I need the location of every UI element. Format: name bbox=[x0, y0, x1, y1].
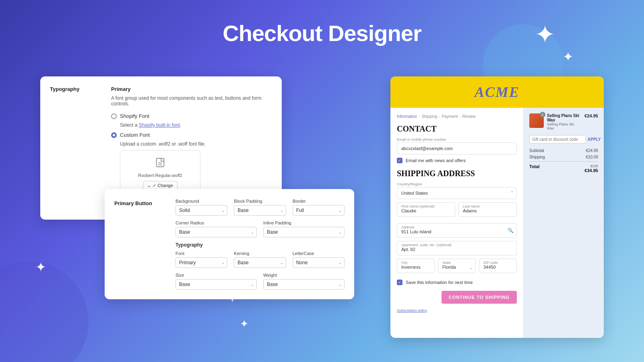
typography-label: Typography bbox=[50, 86, 98, 92]
first-name-label: First name (optional) bbox=[401, 204, 435, 208]
block-padding-select-wrap[interactable]: Base bbox=[234, 205, 286, 216]
apt-label: Apartment, suite, etc. (optional) bbox=[401, 243, 452, 247]
primary-button-label: Primary Button bbox=[114, 200, 163, 206]
border-select-wrap[interactable]: Full bbox=[293, 205, 345, 216]
city-input-wrap[interactable]: City Inverness bbox=[397, 259, 435, 273]
first-name-input-wrap[interactable]: First name (optional) Claudie bbox=[397, 202, 455, 217]
last-name-value: Adams bbox=[463, 208, 512, 213]
custom-font-radio[interactable] bbox=[111, 132, 117, 138]
acme-logo: ACME bbox=[398, 84, 597, 101]
zip-label: ZIP code bbox=[483, 261, 498, 265]
checkout-preview: ACME Information › Shipping › Payment › … bbox=[390, 76, 604, 338]
letter-case-select[interactable]: None bbox=[293, 257, 345, 268]
save-info-checkbox[interactable]: ✓ bbox=[397, 280, 402, 285]
shopify-font-option[interactable]: Shopify Font bbox=[111, 113, 272, 119]
zip-input-wrap[interactable]: ZIP code 34450 bbox=[479, 259, 517, 273]
country-label: Country/Region bbox=[397, 182, 517, 186]
kerning-select-wrap[interactable]: Base bbox=[234, 257, 286, 268]
city-field: City Inverness bbox=[397, 259, 435, 276]
state-input-wrap[interactable]: State Florida bbox=[438, 259, 476, 273]
last-name-input-wrap[interactable]: Last name Adams bbox=[458, 202, 517, 217]
weight-select[interactable]: Base bbox=[263, 279, 345, 290]
custom-font-option[interactable]: Custom Font bbox=[111, 132, 272, 138]
privacy-link[interactable]: Subscription policy bbox=[397, 309, 517, 313]
size-select[interactable]: Base bbox=[175, 279, 257, 290]
email-input[interactable] bbox=[397, 142, 517, 154]
product-price: €24.95 bbox=[584, 113, 598, 118]
shipping-cost-value: €10.00 bbox=[586, 155, 598, 159]
total-tax-note: EUR bbox=[584, 164, 598, 168]
city-label: City bbox=[401, 261, 408, 265]
address-field-wrap[interactable]: Address 911 Lulu Island 🔍 bbox=[397, 223, 517, 238]
breadcrumb-information: Information bbox=[397, 114, 417, 119]
typography-section: Typography Font Primary bbox=[175, 242, 345, 290]
background-select-wrap[interactable]: Solid bbox=[175, 205, 227, 216]
size-select-wrap[interactable]: Base bbox=[175, 279, 257, 290]
corner-radius-select-wrap[interactable]: Base bbox=[175, 227, 257, 237]
country-select[interactable]: United States bbox=[397, 187, 517, 199]
first-name-field: First name (optional) Claudie bbox=[397, 202, 455, 220]
last-name-label: Last name bbox=[463, 204, 480, 208]
email-checkbox[interactable]: ✓ bbox=[397, 158, 402, 163]
inline-padding-field: Inline Padding Base bbox=[263, 220, 345, 237]
total-label: Total bbox=[529, 164, 539, 173]
discount-input[interactable] bbox=[529, 135, 586, 144]
shipping-heading: SHIPPING ADDRESS bbox=[397, 169, 517, 178]
state-value: Florida bbox=[442, 265, 471, 269]
font-field: Font Primary bbox=[175, 251, 227, 268]
svg-rect-0 bbox=[157, 158, 164, 167]
address-label: Address bbox=[401, 225, 415, 229]
inline-padding-select-wrap[interactable]: Base bbox=[263, 227, 345, 237]
continue-to-shipping-button[interactable]: CONTINUE TO SHIPPING bbox=[442, 291, 517, 304]
size-label: Size bbox=[175, 273, 257, 278]
block-padding-select[interactable]: Base bbox=[234, 205, 286, 216]
apt-input-wrap[interactable]: Apartment, suite, etc. (optional) Apt. 8… bbox=[397, 241, 517, 255]
typography-section-label: Typography bbox=[175, 242, 345, 248]
panels-area: Typography Primary A font group used for… bbox=[40, 76, 604, 338]
breadcrumb: Information › Shipping › Payment › Revie… bbox=[397, 114, 517, 119]
zip-value: 34450 bbox=[483, 265, 512, 269]
country-select-wrap[interactable]: Country/Region United States bbox=[397, 182, 517, 199]
sparkle-icon-main: ✦ bbox=[535, 22, 555, 47]
product-badge: 1 bbox=[540, 112, 545, 117]
breadcrumb-review: Review bbox=[462, 114, 475, 119]
button-form-row1: Background Solid Block Padding bbox=[175, 199, 345, 216]
block-padding-label: Block Padding bbox=[234, 199, 286, 204]
contact-heading: CONTACT bbox=[397, 124, 517, 134]
subtotal-row: Subtotal €24.95 bbox=[529, 148, 598, 153]
state-wrap[interactable]: State Florida bbox=[438, 259, 476, 276]
kerning-label: Kerning bbox=[234, 251, 286, 256]
breadcrumb-payment: Payment bbox=[442, 114, 458, 119]
save-info-label: Save this information for next time bbox=[406, 280, 473, 285]
corner-radius-select[interactable]: Base bbox=[175, 227, 257, 237]
button-panel: Primary Button Background Solid bbox=[105, 189, 354, 299]
product-row: 1 Selling Plans Ski Wax Selling Plans Sk… bbox=[529, 113, 598, 130]
weight-select-wrap[interactable]: Base bbox=[263, 279, 345, 290]
letter-case-select-wrap[interactable]: None bbox=[293, 257, 345, 268]
corner-radius-label: Corner Radius bbox=[175, 220, 257, 225]
email-field-wrap: Email or mobile phone number bbox=[397, 138, 517, 158]
name-row: First name (optional) Claudie Last name … bbox=[397, 202, 517, 220]
weight-label: Weight bbox=[263, 273, 345, 278]
inline-padding-select[interactable]: Base bbox=[263, 227, 345, 237]
product-image: 1 bbox=[529, 113, 544, 128]
checkout-main: Information › Shipping › Payment › Revie… bbox=[390, 108, 523, 338]
zip-field: ZIP code 34450 bbox=[479, 259, 517, 276]
save-info-row[interactable]: ✓ Save this information for next time bbox=[397, 280, 517, 285]
email-checkbox-row[interactable]: ✓ Email me with news and offers bbox=[397, 158, 517, 163]
shopify-font-radio[interactable] bbox=[111, 113, 117, 119]
total-row: Total EUR €34.95 bbox=[529, 161, 598, 173]
address-input-wrap[interactable]: Address 911 Lulu Island bbox=[397, 223, 517, 238]
border-select[interactable]: Full bbox=[293, 205, 345, 216]
apply-discount-button[interactable]: APPLY bbox=[588, 137, 601, 142]
product-info: Selling Plans Ski Wax Selling Plans Ski … bbox=[547, 113, 581, 130]
kerning-select[interactable]: Base bbox=[234, 257, 286, 268]
border-label: Border bbox=[293, 199, 345, 204]
primary-label: Primary bbox=[111, 86, 272, 92]
background-select[interactable]: Solid bbox=[175, 205, 227, 216]
background-label: Background bbox=[175, 199, 227, 204]
shopify-font-link[interactable]: Shopify built-in font bbox=[139, 122, 180, 128]
font-select-wrap[interactable]: Primary bbox=[175, 257, 227, 268]
email-checkbox-label: Email me with news and offers bbox=[406, 158, 466, 163]
font-select[interactable]: Primary bbox=[175, 257, 227, 268]
